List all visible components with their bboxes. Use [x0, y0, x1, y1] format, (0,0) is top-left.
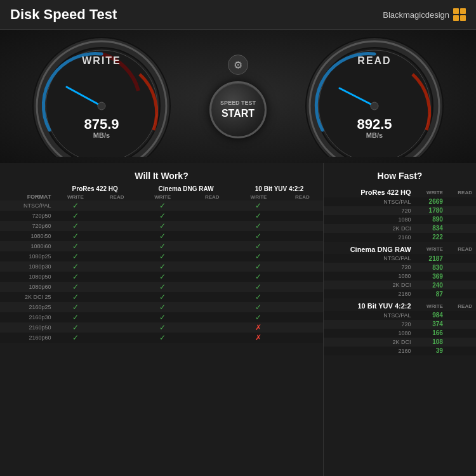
- app-title: Disk Speed Test: [10, 6, 117, 23]
- row-label: NTSC/PAL: [324, 311, 415, 320]
- table-row: 720p50 ✓ ✓ ✓: [0, 211, 323, 221]
- center-controls: ⚙ SPEED TEST START: [209, 55, 267, 138]
- row-label: 2K DCI: [324, 338, 415, 347]
- write-value: 984: [415, 311, 447, 320]
- format-label: 1080p50: [0, 272, 53, 282]
- format-subheader: FORMAT: [0, 193, 53, 201]
- read-value: [447, 311, 476, 320]
- list-item: 720 1780: [324, 206, 476, 215]
- svg-point-13: [371, 102, 378, 110]
- write-gauge-value: 875.9 MB/s: [32, 116, 171, 139]
- read-gauge: READ 892.5 MB/s: [305, 36, 444, 157]
- will-it-work-table: ProRes 422 HQ Cinema DNG RAW 10 Bit YUV …: [0, 185, 323, 343]
- table-row: 2160p25 ✓ ✓ ✓: [0, 302, 323, 312]
- data-section: Will It Work? ProRes 422 HQ Cinema DNG R…: [0, 163, 476, 476]
- format-label: 720p60: [0, 221, 53, 231]
- list-item: 1080 890: [324, 215, 476, 224]
- settings-button[interactable]: ⚙: [228, 55, 248, 75]
- write-value: 240: [415, 281, 447, 289]
- format-label: 1080p30: [0, 261, 53, 272]
- list-item: NTSC/PAL 2669: [324, 197, 476, 206]
- svg-point-6: [98, 102, 105, 110]
- table-row: 1080i60 ✓ ✓ ✓: [0, 241, 323, 251]
- section-header: ProRes 422 HQWRITEREAD: [324, 185, 476, 197]
- table-row: 1080i50 ✓ ✓ ✓: [0, 231, 323, 241]
- write-value: 890: [415, 215, 447, 224]
- app-header: Disk Speed Test Blackmagicdesign: [0, 0, 476, 30]
- brand-name: Blackmagicdesign: [383, 10, 449, 20]
- read-value: [447, 272, 476, 281]
- write-value: 166: [415, 329, 447, 338]
- write-value: 222: [415, 233, 447, 242]
- start-button[interactable]: SPEED TEST START: [209, 81, 267, 138]
- row-label: 1080: [324, 329, 415, 338]
- write-value: 108: [415, 338, 447, 347]
- table-row: 2160p60 ✓ ✓ ✗: [0, 333, 323, 343]
- format-label: 2K DCI 25: [0, 292, 53, 302]
- write-value: 1780: [415, 206, 447, 215]
- table-row: 2160p30 ✓ ✓ ✓: [0, 312, 323, 322]
- write-value: 834: [415, 224, 447, 233]
- list-item: 2K DCI 834: [324, 224, 476, 233]
- row-label: 720: [324, 320, 415, 329]
- how-fast-table: ProRes 422 HQWRITEREAD NTSC/PAL 2669 720…: [324, 185, 476, 355]
- start-btn-top: SPEED TEST: [220, 99, 256, 107]
- write-value: 830: [415, 263, 447, 272]
- table-row: 720p60 ✓ ✓ ✓: [0, 221, 323, 231]
- list-item: 720 374: [324, 320, 476, 329]
- list-item: 2K DCI 108: [324, 338, 476, 347]
- row-label: 2160: [324, 347, 415, 355]
- list-item: 720 830: [324, 263, 476, 272]
- format-label: 2160p30: [0, 312, 53, 322]
- right-panel-title: How Fast?: [324, 168, 476, 185]
- left-panel: Will It Work? ProRes 422 HQ Cinema DNG R…: [0, 163, 324, 476]
- read-value: [447, 215, 476, 224]
- format-label: 1080p25: [0, 251, 53, 261]
- yuv-header: 10 Bit YUV 4:2:2: [235, 185, 323, 193]
- format-label: 2160p25: [0, 302, 53, 312]
- format-label: 1080i50: [0, 231, 53, 241]
- row-label: 2160: [324, 233, 415, 242]
- row-label: NTSC/PAL: [324, 254, 415, 263]
- read-gauge-label: READ: [305, 55, 444, 67]
- section-header: Cinema DNG RAWWRITEREAD: [324, 242, 476, 255]
- format-label: 1080i60: [0, 241, 53, 251]
- format-label: 2160p50: [0, 322, 53, 333]
- list-item: 2160 87: [324, 289, 476, 298]
- read-value: [447, 224, 476, 233]
- row-label: 2160: [324, 289, 415, 298]
- row-label: 720: [324, 206, 415, 215]
- section-header: 10 Bit YUV 4:2:2WRITEREAD: [324, 298, 476, 311]
- write-value: 369: [415, 272, 447, 281]
- list-item: 1080 369: [324, 272, 476, 281]
- write-value: 2187: [415, 254, 447, 263]
- list-item: 2160 222: [324, 233, 476, 242]
- write-value: 39: [415, 347, 447, 355]
- write-value: 374: [415, 320, 447, 329]
- table-row: 2160p50 ✓ ✓ ✗: [0, 322, 323, 333]
- write-value: 2669: [415, 197, 447, 206]
- read-value: [447, 320, 476, 329]
- read-value: [447, 329, 476, 338]
- read-gauge-value: 892.5 MB/s: [305, 116, 444, 139]
- table-row: 1080p50 ✓ ✓ ✓: [0, 272, 323, 282]
- read-value: [447, 263, 476, 272]
- read-value: [447, 254, 476, 263]
- list-item: 2K DCI 240: [324, 281, 476, 289]
- row-label: 2K DCI: [324, 224, 415, 233]
- table-row: 1080p25 ✓ ✓ ✓: [0, 251, 323, 261]
- format-label: 2160p60: [0, 333, 53, 343]
- format-label: 720p50: [0, 211, 53, 221]
- right-panel: How Fast? ProRes 422 HQWRITEREAD NTSC/PA…: [324, 163, 476, 476]
- format-label: 1080p60: [0, 282, 53, 292]
- row-label: 1080: [324, 215, 415, 224]
- table-row: 1080p30 ✓ ✓ ✓: [0, 261, 323, 272]
- format-label: NTSC/PAL: [0, 201, 53, 211]
- table-row: 2K DCI 25 ✓ ✓ ✓: [0, 292, 323, 302]
- read-value: [447, 206, 476, 215]
- gauges-section: WRITE 875.9 MB/s ⚙ SPEED TEST START READ…: [0, 30, 476, 163]
- read-value: [447, 338, 476, 347]
- write-value: 87: [415, 289, 447, 298]
- prores-header: ProRes 422 HQ: [53, 185, 136, 193]
- brand-logo: Blackmagicdesign: [383, 8, 466, 21]
